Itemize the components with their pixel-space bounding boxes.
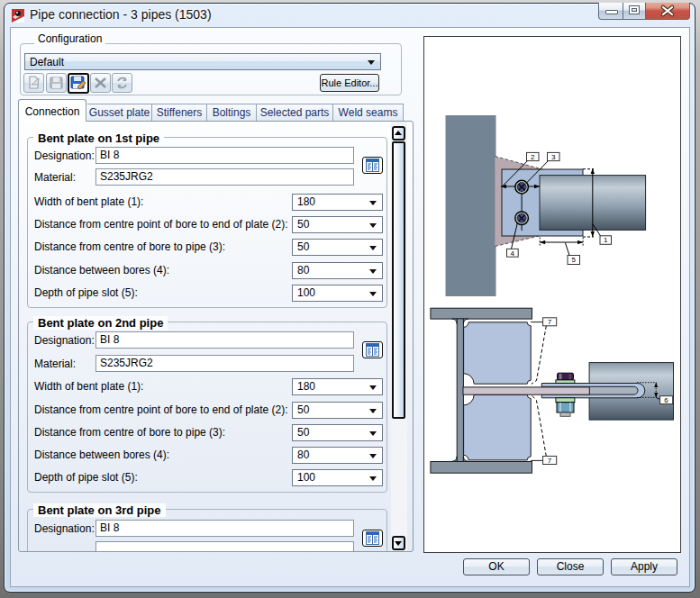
svg-text:7: 7 xyxy=(548,457,552,465)
svg-text:3: 3 xyxy=(551,153,556,161)
svg-text:7: 7 xyxy=(548,318,552,326)
svg-text:2: 2 xyxy=(531,153,535,161)
svg-text:1: 1 xyxy=(604,236,608,244)
svg-text:4: 4 xyxy=(511,249,515,258)
svg-text:5: 5 xyxy=(571,256,576,264)
svg-text:6: 6 xyxy=(664,396,668,404)
